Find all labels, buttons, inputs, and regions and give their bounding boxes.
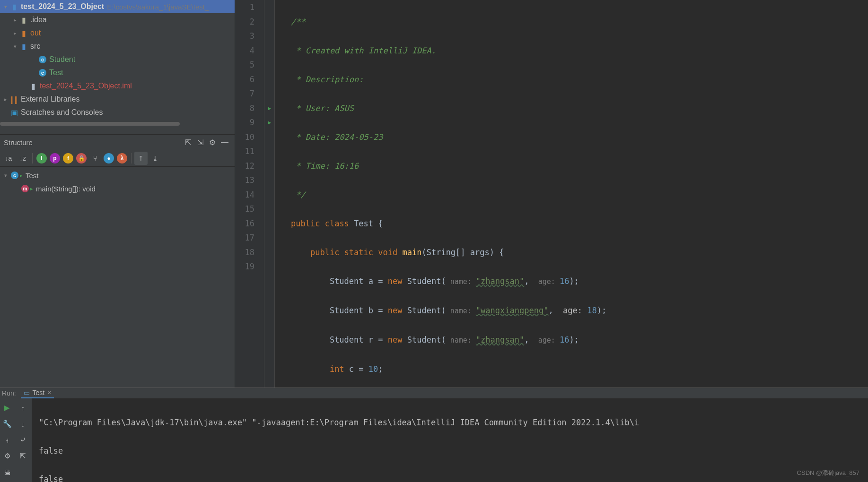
scroll-from-icon[interactable]: ⤓ xyxy=(149,152,162,165)
collapse-icon[interactable]: ▸ xyxy=(11,17,19,23)
run-class-icon[interactable]: ▶ xyxy=(268,101,271,116)
scroll-to-icon[interactable]: ⤒ xyxy=(134,152,148,165)
tree-row-scratches[interactable]: ▣ Scratches and Consoles xyxy=(0,106,235,119)
run-config-icon: ▭ xyxy=(24,389,30,396)
up-icon[interactable]: ↑ xyxy=(18,402,29,413)
filter-lambda-icon[interactable]: λ xyxy=(117,153,127,164)
line-number-gutter: 1 2 3 4 5 6 7 8 9 10 11 12 13 14 15 16 1… xyxy=(235,0,264,387)
run-tab-test[interactable]: ▭ Test × xyxy=(21,388,54,398)
tree-row-src[interactable]: ▾ ▮ src xyxy=(0,40,235,53)
expand-icon[interactable]: ▾ xyxy=(11,43,19,50)
class-icon: c xyxy=(38,56,47,63)
project-tree[interactable]: ▾ ▮ test_2024_5_23_Object E:\costvs\saku… xyxy=(0,0,235,134)
code-content[interactable]: /** * Created with IntelliJ IDEA. * Desc… xyxy=(281,0,868,387)
tree-row-out[interactable]: ▸ ▮ out xyxy=(0,26,235,40)
layout-icon[interactable]: ⫞ xyxy=(1,434,13,446)
structure-method-row[interactable]: m ▸ main(String[]): void xyxy=(0,182,235,195)
filter-f-icon[interactable]: f xyxy=(63,153,73,164)
settings-icon[interactable]: ⚙ xyxy=(206,136,219,148)
wrench-icon[interactable]: 🔧 xyxy=(1,418,13,430)
filter-lock-icon[interactable]: 🔒 xyxy=(76,153,87,164)
expand-all-icon[interactable]: ⇱ xyxy=(182,136,194,148)
expand-icon[interactable]: ▾ xyxy=(2,172,9,179)
run-main-icon[interactable]: ▶ xyxy=(268,115,271,130)
project-root-row[interactable]: ▾ ▮ test_2024_5_23_Object E:\costvs\saku… xyxy=(0,0,235,13)
collapse-icon[interactable]: ▸ xyxy=(2,96,9,103)
down-icon[interactable]: ↓ xyxy=(18,418,29,430)
fork-icon[interactable]: ⑂ xyxy=(88,152,102,165)
tree-row-idea[interactable]: ▸ ▮ .idea xyxy=(0,13,235,26)
run-tabs: Run: ▭ Test × xyxy=(0,388,868,398)
structure-toolbar: ↓a ↓z I p f 🔒 ⑂ ● λ ⤒ ⤓ xyxy=(0,150,235,167)
sort-alpha-icon[interactable]: ↓a xyxy=(2,152,15,165)
project-path: E:\costvs\sakura_1\javaSE\test_ xyxy=(107,3,209,11)
print-icon[interactable]: 🖶 xyxy=(1,466,13,478)
structure-title: Structure xyxy=(4,138,182,146)
watermark: CSDN @添砖java_857 xyxy=(797,469,859,477)
settings-icon[interactable]: ⚙ xyxy=(1,450,13,462)
scratches-icon: ▣ xyxy=(9,108,19,117)
filter-i-icon[interactable]: I xyxy=(36,153,47,164)
left-panel: ▾ ▮ test_2024_5_23_Object E:\costvs\saku… xyxy=(0,0,235,387)
structure-tree[interactable]: ▾ c ▸ Test m ▸ main(String[]): void xyxy=(0,167,235,197)
structure-panel: Structure ⇱ ⇲ ⚙ — ↓a ↓z I p f 🔒 ⑂ ● λ ⤒ … xyxy=(0,134,235,387)
horizontal-scrollbar[interactable] xyxy=(0,122,180,126)
project-folder-icon: ▮ xyxy=(9,2,19,11)
run-gutter: ▶ ▶ xyxy=(264,0,275,387)
expand-icon[interactable]: ▾ xyxy=(2,4,9,10)
folder-icon: ▮ xyxy=(19,16,28,25)
console-output[interactable]: "C:\Program Files\Java\jdk-17\bin\java.e… xyxy=(32,398,868,482)
project-name: test_2024_5_23_Object xyxy=(21,2,104,11)
class-icon: c xyxy=(38,69,47,77)
tree-row-student[interactable]: c Student xyxy=(0,53,235,66)
tree-row-external[interactable]: ▸ ‖‖ External Libraries xyxy=(0,93,235,106)
source-folder-icon: ▮ xyxy=(19,42,28,51)
code-editor[interactable]: 1 2 3 4 5 6 7 8 9 10 11 12 13 14 15 16 1… xyxy=(235,0,868,387)
run-marker-icon: ▸ xyxy=(20,172,24,179)
run-marker-icon: ▸ xyxy=(30,186,34,192)
structure-header: Structure ⇱ ⇲ ⚙ — xyxy=(0,135,235,150)
fold-gutter xyxy=(275,0,281,387)
run-toolbar-left: ▶ 🔧 ⫞ ⚙ 🖶 xyxy=(0,398,14,482)
run-label: Run: xyxy=(2,389,16,397)
iml-icon: ▮ xyxy=(28,82,38,91)
filter-p-icon[interactable]: p xyxy=(50,153,60,164)
minimize-icon[interactable]: — xyxy=(219,136,231,148)
wrap-icon[interactable]: ⤶ xyxy=(18,434,29,446)
run-panel: Run: ▭ Test × ▶ 🔧 ⫞ ⚙ 🖶 ↑ ↓ ⤶ ⇱ "C:\Prog… xyxy=(0,387,868,482)
structure-class-row[interactable]: ▾ c ▸ Test xyxy=(0,169,235,182)
libraries-icon: ‖‖ xyxy=(9,95,19,104)
method-icon: m xyxy=(20,185,30,192)
rerun-icon[interactable]: ▶ xyxy=(1,402,13,413)
close-tab-icon[interactable]: × xyxy=(47,389,51,396)
tree-row-test[interactable]: c Test xyxy=(0,66,235,79)
folder-icon: ▮ xyxy=(19,29,28,38)
sort-alpha-z-icon[interactable]: ↓z xyxy=(16,152,29,165)
run-toolbar-left2: ↑ ↓ ⤶ ⇱ xyxy=(14,398,32,482)
tree-row-iml[interactable]: ▮ test_2024_5_23_Object.iml xyxy=(0,79,235,93)
collapse-all-icon[interactable]: ⇲ xyxy=(194,136,206,148)
export-icon[interactable]: ⇱ xyxy=(18,450,29,462)
filter-o-icon[interactable]: ● xyxy=(104,153,114,164)
collapse-icon[interactable]: ▸ xyxy=(11,30,19,36)
class-icon: c xyxy=(9,172,20,179)
